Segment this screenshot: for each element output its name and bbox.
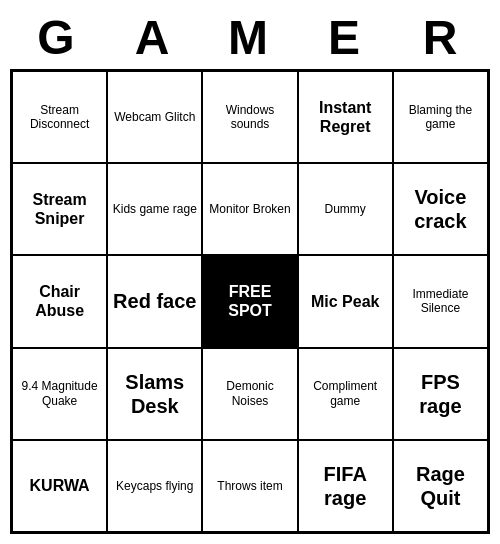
bingo-cell-4: Blaming the game [393, 71, 488, 163]
bingo-cell-19: FPS rage [393, 348, 488, 440]
bingo-cell-2: Windows sounds [202, 71, 297, 163]
bingo-cell-0: Stream Disconnect [12, 71, 107, 163]
title-letter-r: R [394, 10, 490, 65]
bingo-cell-3: Instant Regret [298, 71, 393, 163]
title-letter-m: M [202, 10, 298, 65]
bingo-cell-14: Immediate Silence [393, 255, 488, 347]
bingo-cell-20: KURWA [12, 440, 107, 532]
bingo-cell-15: 9.4 Magnitude Quake [12, 348, 107, 440]
bingo-cell-7: Monitor Broken [202, 163, 297, 255]
bingo-cell-6: Kids game rage [107, 163, 202, 255]
bingo-cell-11: Red face [107, 255, 202, 347]
bingo-cell-24: Rage Quit [393, 440, 488, 532]
bingo-cell-5: Stream Sniper [12, 163, 107, 255]
bingo-cell-1: Webcam Glitch [107, 71, 202, 163]
title-letter-a: A [106, 10, 202, 65]
bingo-cell-10: Chair Abuse [12, 255, 107, 347]
bingo-cell-12: FREE SPOT [202, 255, 297, 347]
bingo-cell-21: Keycaps flying [107, 440, 202, 532]
bingo-cell-17: Demonic Noises [202, 348, 297, 440]
bingo-grid: Stream DisconnectWebcam GlitchWindows so… [10, 69, 490, 534]
bingo-cell-18: Compliment game [298, 348, 393, 440]
bingo-cell-13: Mic Peak [298, 255, 393, 347]
bingo-cell-9: Voice crack [393, 163, 488, 255]
bingo-cell-23: FIFA rage [298, 440, 393, 532]
bingo-cell-8: Dummy [298, 163, 393, 255]
title-letter-e: E [298, 10, 394, 65]
title-letter-g: G [10, 10, 106, 65]
bingo-title: G A M E R [10, 10, 490, 65]
bingo-cell-22: Throws item [202, 440, 297, 532]
bingo-cell-16: Slams Desk [107, 348, 202, 440]
